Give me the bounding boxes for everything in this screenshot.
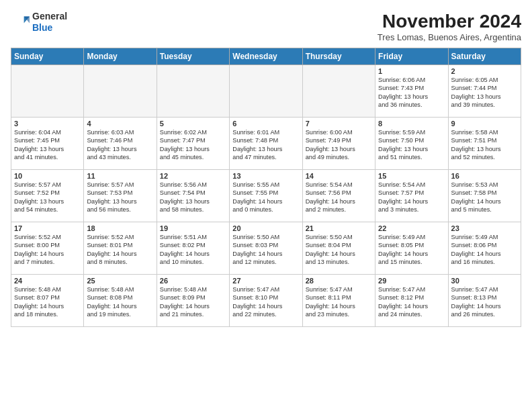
calendar-week-row: 24Sunrise: 5:48 AM Sunset: 8:07 PM Dayli…: [11, 275, 521, 327]
calendar-cell: 9Sunrise: 5:58 AM Sunset: 7:51 PM Daylig…: [448, 118, 521, 170]
location-subtitle: Tres Lomas, Buenos Aires, Argentina: [378, 32, 521, 42]
day-number: 30: [451, 277, 518, 285]
day-number: 13: [232, 172, 299, 180]
calendar-cell: 3Sunrise: 6:04 AM Sunset: 7:45 PM Daylig…: [11, 118, 84, 170]
day-info: Sunrise: 5:47 AM Sunset: 8:13 PM Dayligh…: [451, 285, 518, 319]
weekday-header-wednesday: Wednesday: [230, 48, 302, 65]
day-info: Sunrise: 6:05 AM Sunset: 7:44 PM Dayligh…: [451, 76, 518, 109]
month-title: November 2024: [378, 11, 521, 32]
day-info: Sunrise: 5:54 AM Sunset: 7:57 PM Dayligh…: [378, 181, 445, 214]
calendar-cell: [157, 65, 229, 118]
logo-text: General Blue: [32, 11, 67, 34]
day-info: Sunrise: 5:48 AM Sunset: 8:09 PM Dayligh…: [160, 285, 226, 319]
logo: General Blue: [11, 11, 67, 34]
calendar-cell: 26Sunrise: 5:48 AM Sunset: 8:09 PM Dayli…: [157, 275, 229, 327]
calendar-cell: 8Sunrise: 5:59 AM Sunset: 7:50 PM Daylig…: [375, 118, 448, 170]
weekday-header-tuesday: Tuesday: [157, 48, 229, 65]
day-info: Sunrise: 5:47 AM Sunset: 8:11 PM Dayligh…: [306, 285, 372, 319]
calendar-cell: 24Sunrise: 5:48 AM Sunset: 8:07 PM Dayli…: [11, 275, 84, 327]
day-number: 21: [306, 224, 372, 232]
day-info: Sunrise: 5:50 AM Sunset: 8:04 PM Dayligh…: [306, 233, 372, 267]
calendar-cell: 7Sunrise: 6:00 AM Sunset: 7:49 PM Daylig…: [302, 118, 375, 170]
calendar-cell: 17Sunrise: 5:52 AM Sunset: 8:00 PM Dayli…: [11, 222, 84, 275]
calendar-cell: 23Sunrise: 5:49 AM Sunset: 8:06 PM Dayli…: [448, 222, 521, 275]
day-info: Sunrise: 5:57 AM Sunset: 7:53 PM Dayligh…: [87, 181, 153, 214]
weekday-header-row: SundayMondayTuesdayWednesdayThursdayFrid…: [11, 48, 521, 65]
day-info: Sunrise: 5:57 AM Sunset: 7:52 PM Dayligh…: [14, 181, 81, 214]
day-info: Sunrise: 5:58 AM Sunset: 7:51 PM Dayligh…: [451, 128, 518, 162]
page-container: General Blue November 2024 Tres Lomas, B…: [0, 0, 532, 411]
day-info: Sunrise: 5:53 AM Sunset: 7:58 PM Dayligh…: [451, 181, 518, 214]
day-number: 10: [14, 172, 81, 180]
calendar-cell: 1Sunrise: 6:06 AM Sunset: 7:43 PM Daylig…: [375, 65, 448, 118]
calendar-table: SundayMondayTuesdayWednesdayThursdayFrid…: [11, 48, 521, 327]
calendar-cell: 19Sunrise: 5:51 AM Sunset: 8:02 PM Dayli…: [157, 222, 229, 275]
day-info: Sunrise: 5:59 AM Sunset: 7:50 PM Dayligh…: [378, 128, 445, 162]
calendar-cell: 2Sunrise: 6:05 AM Sunset: 7:44 PM Daylig…: [448, 65, 521, 118]
calendar-cell: [230, 65, 302, 118]
day-info: Sunrise: 5:47 AM Sunset: 8:10 PM Dayligh…: [232, 285, 299, 319]
day-number: 9: [451, 120, 518, 128]
day-number: 6: [232, 120, 299, 128]
day-info: Sunrise: 5:51 AM Sunset: 8:02 PM Dayligh…: [160, 233, 226, 267]
day-info: Sunrise: 5:56 AM Sunset: 7:54 PM Dayligh…: [160, 181, 226, 214]
day-number: 23: [451, 224, 518, 232]
day-number: 20: [232, 224, 299, 232]
calendar-week-row: 3Sunrise: 6:04 AM Sunset: 7:45 PM Daylig…: [11, 118, 521, 170]
day-info: Sunrise: 5:49 AM Sunset: 8:06 PM Dayligh…: [451, 233, 518, 267]
day-info: Sunrise: 6:03 AM Sunset: 7:46 PM Dayligh…: [87, 128, 153, 162]
day-info: Sunrise: 6:04 AM Sunset: 7:45 PM Dayligh…: [14, 128, 81, 162]
page-header: General Blue November 2024 Tres Lomas, B…: [11, 11, 521, 42]
calendar-week-row: 17Sunrise: 5:52 AM Sunset: 8:00 PM Dayli…: [11, 222, 521, 275]
day-info: Sunrise: 5:47 AM Sunset: 8:12 PM Dayligh…: [378, 285, 445, 319]
weekday-header-sunday: Sunday: [11, 48, 84, 65]
day-number: 29: [378, 277, 445, 285]
calendar-cell: 22Sunrise: 5:49 AM Sunset: 8:05 PM Dayli…: [375, 222, 448, 275]
logo-blue: Blue: [32, 22, 52, 33]
day-info: Sunrise: 6:02 AM Sunset: 7:47 PM Dayligh…: [160, 128, 226, 162]
calendar-cell: 29Sunrise: 5:47 AM Sunset: 8:12 PM Dayli…: [375, 275, 448, 327]
day-number: 22: [378, 224, 445, 232]
weekday-header-monday: Monday: [84, 48, 157, 65]
calendar-cell: 6Sunrise: 6:01 AM Sunset: 7:48 PM Daylig…: [230, 118, 302, 170]
calendar-cell: 11Sunrise: 5:57 AM Sunset: 7:53 PM Dayli…: [84, 170, 157, 222]
calendar-week-row: 10Sunrise: 5:57 AM Sunset: 7:52 PM Dayli…: [11, 170, 521, 222]
calendar-cell: 20Sunrise: 5:50 AM Sunset: 8:03 PM Dayli…: [230, 222, 302, 275]
day-number: 15: [378, 172, 445, 180]
day-number: 7: [306, 120, 372, 128]
day-number: 27: [232, 277, 299, 285]
day-info: Sunrise: 5:48 AM Sunset: 8:07 PM Dayligh…: [14, 285, 81, 319]
calendar-cell: 27Sunrise: 5:47 AM Sunset: 8:10 PM Dayli…: [230, 275, 302, 327]
day-number: 1: [378, 67, 445, 75]
day-number: 2: [451, 67, 518, 75]
logo-general: General: [32, 11, 67, 21]
day-number: 25: [87, 277, 153, 285]
calendar-cell: [302, 65, 375, 118]
calendar-cell: 21Sunrise: 5:50 AM Sunset: 8:04 PM Dayli…: [302, 222, 375, 275]
day-number: 3: [14, 120, 81, 128]
day-number: 19: [160, 224, 226, 232]
calendar-cell: 18Sunrise: 5:52 AM Sunset: 8:01 PM Dayli…: [84, 222, 157, 275]
day-info: Sunrise: 5:54 AM Sunset: 7:56 PM Dayligh…: [306, 181, 372, 214]
day-number: 14: [306, 172, 372, 180]
day-number: 5: [160, 120, 226, 128]
day-info: Sunrise: 5:49 AM Sunset: 8:05 PM Dayligh…: [378, 233, 445, 267]
calendar-cell: 13Sunrise: 5:55 AM Sunset: 7:55 PM Dayli…: [230, 170, 302, 222]
day-info: Sunrise: 5:50 AM Sunset: 8:03 PM Dayligh…: [232, 233, 299, 267]
day-number: 12: [160, 172, 226, 180]
weekday-header-thursday: Thursday: [302, 48, 375, 65]
day-info: Sunrise: 5:55 AM Sunset: 7:55 PM Dayligh…: [232, 181, 299, 214]
calendar-cell: 5Sunrise: 6:02 AM Sunset: 7:47 PM Daylig…: [157, 118, 229, 170]
day-number: 17: [14, 224, 81, 232]
day-info: Sunrise: 6:01 AM Sunset: 7:48 PM Dayligh…: [232, 128, 299, 162]
day-number: 28: [306, 277, 372, 285]
calendar-cell: 16Sunrise: 5:53 AM Sunset: 7:58 PM Dayli…: [448, 170, 521, 222]
day-info: Sunrise: 5:48 AM Sunset: 8:08 PM Dayligh…: [87, 285, 153, 319]
day-number: 26: [160, 277, 226, 285]
calendar-cell: 15Sunrise: 5:54 AM Sunset: 7:57 PM Dayli…: [375, 170, 448, 222]
calendar-cell: 4Sunrise: 6:03 AM Sunset: 7:46 PM Daylig…: [84, 118, 157, 170]
day-number: 18: [87, 224, 153, 232]
calendar-cell: [84, 65, 157, 118]
calendar-cell: 14Sunrise: 5:54 AM Sunset: 7:56 PM Dayli…: [302, 170, 375, 222]
day-info: Sunrise: 5:52 AM Sunset: 8:01 PM Dayligh…: [87, 233, 153, 267]
